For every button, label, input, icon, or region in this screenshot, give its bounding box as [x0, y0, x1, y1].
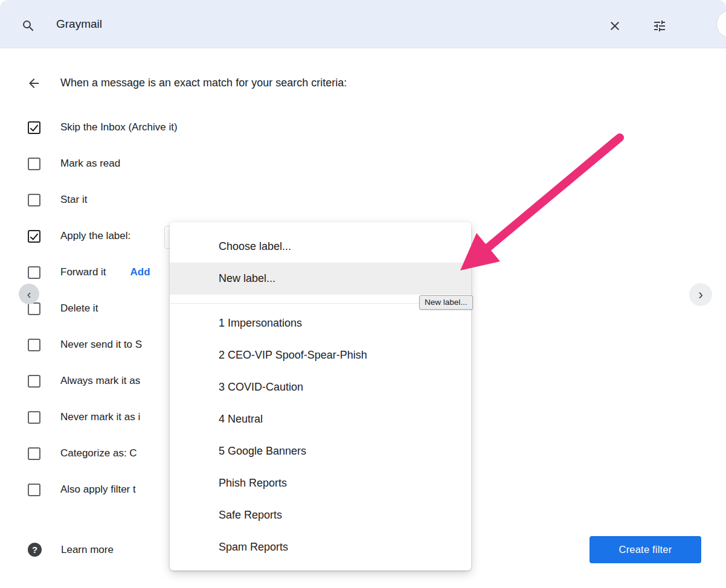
- chevron-right-icon[interactable]: ›: [689, 283, 712, 306]
- option-row-apply-label: Apply the label:: [28, 218, 178, 254]
- option-label: Also apply filter t: [60, 484, 136, 496]
- check-icon: [30, 231, 39, 240]
- menu-item-label-4[interactable]: 4 Neutral: [170, 403, 471, 435]
- chevron-left-icon[interactable]: ‹: [19, 284, 39, 304]
- help-icon: ?: [28, 543, 42, 557]
- menu-item-label-6[interactable]: Phish Reports: [170, 467, 471, 499]
- search-input[interactable]: [56, 13, 576, 35]
- option-row-also-apply: Also apply filter t: [28, 471, 178, 508]
- page-title: When a message is an exact match for you…: [60, 77, 347, 89]
- checkbox-skip-inbox[interactable]: [28, 121, 40, 134]
- menu-item-new-label[interactable]: New label...: [170, 263, 471, 295]
- checkbox-mark-read[interactable]: [28, 158, 40, 170]
- option-label: Skip the Inbox (Archive it): [60, 121, 178, 133]
- checkbox-never-spam[interactable]: [28, 339, 40, 351]
- label-dropdown-menu: Choose label... New label... 1 Impersona…: [170, 222, 471, 570]
- close-icon[interactable]: [608, 19, 622, 33]
- menu-item-label-5[interactable]: 5 Google Banners: [170, 435, 471, 467]
- option-row-always-important: Always mark it as: [28, 363, 178, 399]
- gmail-filter-screen: When a message is an exact match for you…: [0, 0, 726, 588]
- option-row-never-spam: Never send it to S: [28, 327, 178, 363]
- checkbox-forward[interactable]: [28, 266, 40, 279]
- filter-options-list: Skip the Inbox (Archive it) Mark as read…: [28, 109, 178, 508]
- checkbox-categorize[interactable]: [28, 447, 40, 460]
- learn-more-row: ? Learn more: [28, 536, 114, 563]
- option-row-skip-inbox: Skip the Inbox (Archive it): [28, 109, 178, 145]
- search-options-icon[interactable]: [652, 19, 667, 33]
- option-label: Delete it: [60, 302, 98, 315]
- create-filter-button[interactable]: Create filter: [589, 536, 701, 563]
- option-label: Categorize as: C: [60, 447, 137, 459]
- checkbox-never-important[interactable]: [28, 411, 40, 424]
- menu-item-label-7[interactable]: Safe Reports: [170, 499, 471, 531]
- menu-item-label-8[interactable]: Spam Reports: [170, 531, 471, 563]
- add-forwarding-link[interactable]: Add: [130, 266, 150, 278]
- option-label: Forward it: [60, 266, 106, 278]
- menu-item-label-1[interactable]: 1 Impersonations: [170, 307, 471, 339]
- search-bar: [0, 0, 726, 48]
- checkbox-apply-label[interactable]: [28, 230, 40, 243]
- option-label: Apply the label:: [60, 230, 130, 242]
- option-row-delete: Delete it: [28, 290, 178, 327]
- check-icon: [30, 123, 39, 131]
- checkbox-also-apply[interactable]: [28, 484, 40, 496]
- menu-item-label-2[interactable]: 2 CEO-VIP Spoof-Spear-Phish: [170, 339, 471, 371]
- checkbox-star[interactable]: [28, 194, 40, 206]
- learn-more-link[interactable]: Learn more: [61, 544, 114, 556]
- option-label: Always mark it as: [60, 375, 140, 387]
- option-row-never-important: Never mark it as i: [28, 399, 178, 435]
- option-row-categorize: Categorize as: C: [28, 435, 178, 471]
- option-label: Mark as read: [60, 158, 120, 170]
- option-row-forward: Forward it Add: [28, 254, 178, 290]
- tooltip: New label...: [419, 295, 473, 310]
- search-icon: [21, 19, 36, 33]
- option-row-mark-read: Mark as read: [28, 145, 178, 182]
- option-label: Never send it to S: [60, 339, 142, 351]
- option-row-star: Star it: [28, 182, 178, 218]
- back-arrow-icon[interactable]: [27, 76, 41, 91]
- option-label: Never mark it as i: [60, 411, 140, 423]
- option-label: Star it: [60, 194, 87, 206]
- menu-item-choose-label[interactable]: Choose label...: [170, 231, 471, 263]
- menu-item-label-3[interactable]: 3 COVID-Caution: [170, 371, 471, 403]
- checkbox-always-important[interactable]: [28, 375, 40, 388]
